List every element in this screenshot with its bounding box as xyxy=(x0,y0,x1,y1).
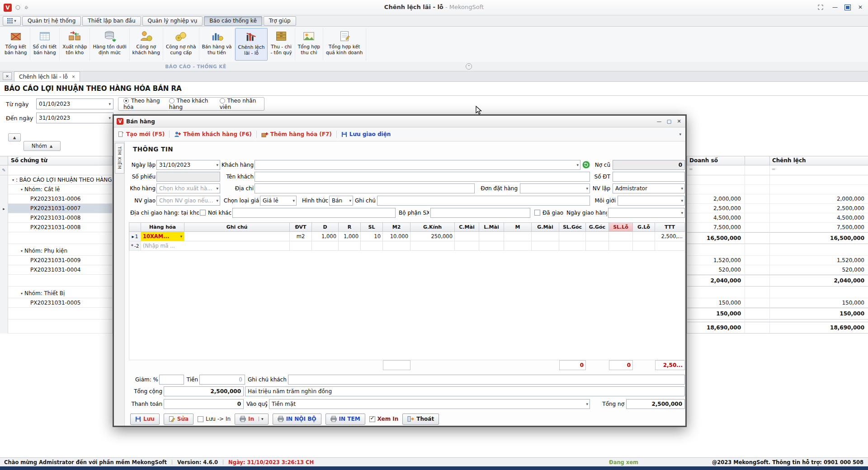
right-grid-filter-row[interactable]: = = xyxy=(687,165,868,175)
col-sl-lo[interactable]: SL.Lỗ xyxy=(609,222,633,232)
ribbon-hang-ton-duoi-dinh-muc[interactable]: Hàng tồn dướiđịnh mức xyxy=(90,28,129,61)
table-row[interactable]: 1,520,0001,520,000 xyxy=(687,256,868,265)
dialog-minimize-button[interactable]: — xyxy=(656,118,663,124)
ghi-chu-field[interactable] xyxy=(377,196,590,206)
xem-in-checkbox-group[interactable]: Xem In xyxy=(369,416,399,422)
checkbox-off-icon[interactable] xyxy=(198,416,203,422)
radio-theo-hang-hoa[interactable]: Theo hàng hóa xyxy=(123,98,162,110)
tab-quan-ly-nghiep-vu[interactable]: Quản lý nghiệp vụ xyxy=(142,16,203,26)
col-d[interactable]: D xyxy=(312,222,339,232)
hang-hoa-cell[interactable]: 10XAM...▾ xyxy=(141,232,184,241)
in-noi-bo-button[interactable]: IN NỘI BỘ xyxy=(273,414,321,425)
ribbon-thu-chi-ton-quy[interactable]: Thu - chi- tồn quỹ xyxy=(268,28,295,61)
col-m[interactable]: M xyxy=(504,222,532,232)
luu-in-checkbox-group[interactable]: Lưu -> In xyxy=(198,416,231,422)
ribbon-chenh-lech-lai-lo[interactable]: Chênh lệchlãi - lỗ xyxy=(235,28,268,61)
thoat-button[interactable]: Thoát xyxy=(402,414,439,425)
sua-button[interactable]: Sửa xyxy=(164,414,193,425)
table-row[interactable] xyxy=(687,175,868,185)
ribbon-cong-no-nha-cung-cap[interactable]: Công nợ nhàcung cấp xyxy=(163,28,199,61)
bo-phan-sx-field[interactable] xyxy=(430,208,530,218)
don-dat-hang-combo[interactable]: ▾ xyxy=(520,183,590,193)
col-ttt[interactable]: TTT xyxy=(655,222,685,232)
left-grid-filter-row[interactable]: ✎ xyxy=(0,165,113,175)
them-hang-hoa-button[interactable]: Thêm hàng hóa (F7) xyxy=(261,131,332,137)
luu-button[interactable]: Lưu xyxy=(130,414,160,425)
da-giao-checkbox[interactable] xyxy=(534,210,540,216)
col-g-mai[interactable]: G.Mài xyxy=(532,222,559,232)
ribbon-ban-hang-va-thu-tien[interactable]: Bán hàng vàthu tiền xyxy=(199,28,235,61)
dialog-close-button[interactable]: ✕ xyxy=(675,118,683,124)
table-row[interactable]: PX20231031-0006 xyxy=(0,194,113,204)
tab-thiet-lap-ban-dau[interactable]: Thiết lập ban đầu xyxy=(82,16,141,26)
table-row[interactable] xyxy=(687,289,868,298)
ribbon-so-chi-tiet-ban-hang[interactable]: Sổ chi tiếtbán hàng xyxy=(30,28,60,61)
table-row[interactable]: PX20231031-0005 xyxy=(0,298,113,308)
table-row[interactable]: Nhóm: Phụ kiện xyxy=(0,246,113,256)
grid-row-1[interactable]: ▸1 10XAM...▾ m2 1,000 1,000 10 10.000 25… xyxy=(129,232,685,241)
noi-khac-field[interactable] xyxy=(232,208,396,218)
column-header-chenh-lech[interactable]: Chênh lệch xyxy=(769,156,868,165)
table-row[interactable]: 2,000,0002,000,000 xyxy=(687,194,868,204)
dia-chi-field[interactable] xyxy=(255,183,475,193)
giam-percent-field[interactable] xyxy=(159,375,184,385)
col-l-mai[interactable]: L.Mài xyxy=(479,222,504,232)
dialog-titlebar[interactable]: V Bán hàng — ▢ ✕ xyxy=(114,116,685,127)
ten-khach-field[interactable] xyxy=(255,172,590,182)
col-g-lo[interactable]: G.Lỗ xyxy=(633,222,655,232)
col-sl[interactable]: SL xyxy=(361,222,383,232)
nv-giao-combo[interactable]: Chọn NV giao nếu...▾ xyxy=(156,196,220,206)
menu-grid-button[interactable]: ▾ xyxy=(3,16,21,26)
so-dt-field[interactable] xyxy=(613,172,685,182)
ribbon-xuat-nhap-ton-kho[interactable]: Xuất nhậptồn kho xyxy=(60,28,90,61)
table-row[interactable]: PX20231031-0004 xyxy=(0,265,113,275)
table-row[interactable]: 7,500,0007,500,000 xyxy=(687,223,868,232)
dialog-maximize-button[interactable]: ▢ xyxy=(665,118,673,124)
col-c-mai[interactable]: C.Mài xyxy=(455,222,479,232)
theme-circle-icon[interactable] xyxy=(15,5,20,10)
ribbon-collapse-icon[interactable]: ⌃ xyxy=(466,63,472,70)
table-row[interactable]: 520,000520,000 xyxy=(687,265,868,275)
table-row[interactable]: 4,500,0004,500,000 xyxy=(687,213,868,223)
tab-tro-giup[interactable]: Trợ giúp xyxy=(264,16,296,26)
ribbon-tong-hop-thu-chi[interactable]: Tổng hợpthu chi xyxy=(295,28,323,61)
ribbon-tong-hop-ket-qua-kinh-doanh[interactable]: Tổng hợp kếtquả kinh doanh xyxy=(323,28,366,61)
toolbar-overflow-icon[interactable]: ▾ xyxy=(679,132,681,136)
group-by-nhom-button[interactable]: Nhóm▲ xyxy=(24,141,61,151)
loai-gia-combo[interactable]: Giá lẻ▾ xyxy=(260,196,297,206)
col-m2[interactable]: M2 xyxy=(383,222,410,232)
table-row[interactable]: Nhóm: Cắt lẻ xyxy=(0,185,113,194)
table-row[interactable]: Nhóm: Thiết Bị xyxy=(0,289,113,298)
table-row[interactable] xyxy=(687,246,868,256)
doc-tab-chenh-lech-lai-lo[interactable]: Chênh lệch lãi - lỗ ✕ xyxy=(14,71,80,81)
radio-theo-khach-hang[interactable]: Theo khách hàng xyxy=(169,98,212,110)
col-r[interactable]: R xyxy=(339,222,361,232)
table-row[interactable]: PX20231031-0008 xyxy=(0,213,113,223)
radio-theo-nhan-vien[interactable]: Theo nhân viên xyxy=(220,98,259,110)
table-row-selected[interactable]: ▸PX20231031-0007 xyxy=(0,204,113,213)
tab-close-icon[interactable]: ✕ xyxy=(72,75,75,79)
pin-icon[interactable] xyxy=(24,5,29,10)
restore-button[interactable] xyxy=(844,5,851,10)
chevron-down-icon[interactable]: ▾ xyxy=(259,417,264,421)
table-row[interactable] xyxy=(687,185,868,194)
table-row[interactable]: 150,000150,000 xyxy=(687,298,868,308)
tao-moi-button[interactable]: Tạo mới (F5) xyxy=(118,131,165,137)
grid-row-new[interactable]: *-2 (Nhập mã ... xyxy=(129,241,685,251)
col-dvt[interactable]: ĐVT xyxy=(290,222,312,232)
table-row[interactable]: PX20231031-0009 xyxy=(0,256,113,265)
tab-quan-tri-he-thong[interactable]: Quản trị hệ thống xyxy=(22,16,81,26)
ribbon-tong-ket-ban-hang[interactable]: Tổng kếtbán hàng xyxy=(2,28,30,61)
giam-tien-field[interactable]: 0 xyxy=(199,375,245,385)
to-date-picker[interactable]: 31/10/2023▾ xyxy=(36,113,113,123)
column-header-so-chung-tu[interactable]: Số chứng từ xyxy=(8,156,113,165)
table-row[interactable]: PX20231031-0008 xyxy=(0,223,113,232)
vao-quy-combo[interactable]: Tiền mặt▾ xyxy=(269,399,590,409)
column-header-doanh-so[interactable]: Doanh số xyxy=(687,156,745,165)
checkbox-on-icon[interactable] xyxy=(369,416,375,422)
moi-gioi-combo[interactable]: ▾ xyxy=(618,196,685,206)
from-date-picker[interactable]: 01/10/2023▾ xyxy=(36,99,113,109)
close-button[interactable]: ✕ xyxy=(855,3,865,12)
thanh-toan-field[interactable]: 0 xyxy=(164,399,244,409)
sort-up-button[interactable]: ▲ xyxy=(8,133,21,141)
